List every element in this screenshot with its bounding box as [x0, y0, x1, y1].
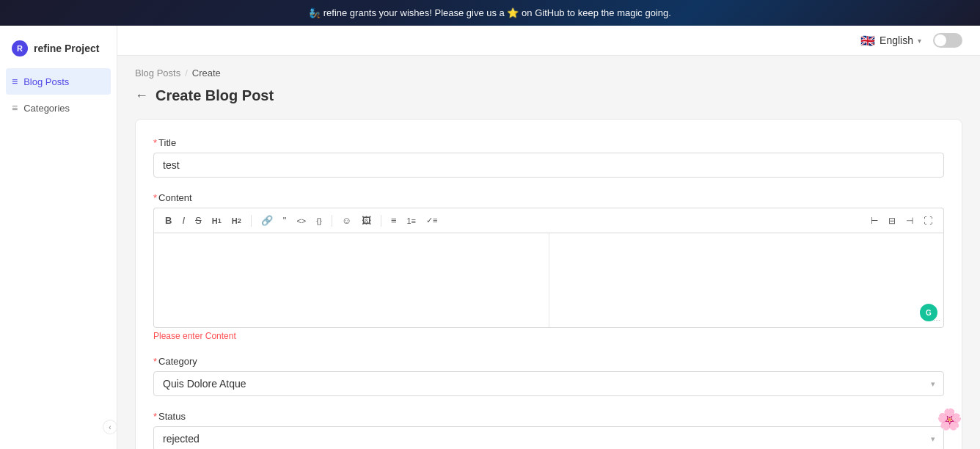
chevron-down-icon: ▾ — [918, 37, 921, 45]
editor-write-pane[interactable] — [154, 233, 549, 327]
category-field: * Category Quis Dolore Atque Technology … — [153, 356, 944, 396]
form-card: * Title * Content B I S H1 — [135, 119, 962, 449]
toolbar-ordered-list[interactable]: 1≡ — [403, 214, 420, 227]
breadcrumb-blog-posts[interactable]: Blog Posts — [135, 67, 180, 79]
category-select-wrapper: Quis Dolore Atque Technology Science Spo… — [153, 371, 944, 396]
top-banner: 🧞 refine grants your wishes! Please give… — [0, 0, 980, 26]
toolbar-code-block[interactable]: {} — [312, 214, 325, 227]
sidebar-item-categories[interactable]: ≡ Categories — [0, 95, 117, 121]
breadcrumb: Blog Posts / Create — [135, 67, 962, 79]
toolbar-sep-3 — [381, 215, 381, 227]
editor-preview-pane — [549, 233, 944, 327]
editor-toolbar: B I S H1 H2 🔗 " <> {} ☺ 🖼 ≡ — [153, 208, 944, 233]
logo-text: refine Project — [34, 43, 99, 54]
toolbar-strikethrough[interactable]: S — [191, 213, 205, 228]
toolbar-sep-2 — [332, 215, 332, 227]
title-required-mark: * — [153, 137, 157, 148]
title-label: * Title — [153, 137, 944, 148]
toolbar-blockquote[interactable]: " — [279, 213, 290, 228]
content-area: 🇬🇧 English ▾ Blog Posts / Create ← Titl — [117, 26, 980, 449]
page-title-text: Create Blog Post — [156, 87, 274, 104]
toolbar-heading1[interactable]: H1 — [208, 214, 225, 227]
page-title-row: ← Title Create Blog Post — [135, 87, 962, 104]
toggle-switch[interactable] — [933, 33, 962, 48]
content-required-mark: * — [153, 192, 157, 203]
status-field: * Status draft published rejected ▾ — [153, 411, 944, 449]
title-field: * Title — [153, 137, 944, 178]
status-required-mark: * — [153, 411, 157, 422]
status-select-wrapper: draft published rejected ▾ — [153, 426, 944, 449]
content-field: * Content B I S H1 H2 🔗 " <> {} — [153, 192, 944, 341]
toolbar-right-controls: ⊢ ⊟ ⊣ ⛶ — [867, 213, 936, 228]
status-select[interactable]: draft published rejected — [153, 426, 944, 449]
sidebar-logo: R refine Project — [0, 32, 117, 68]
banner-text: 🧞 refine grants your wishes! Please give… — [309, 7, 671, 18]
toolbar-unordered-list[interactable]: ≡ — [387, 213, 401, 228]
sidebar-item-label-categories: Categories — [23, 103, 70, 114]
toolbar-checklist[interactable]: ✓≡ — [423, 213, 441, 227]
category-required-mark: * — [153, 356, 157, 367]
sidebar: R refine Project ≡ Blog Posts ≡ Categori… — [0, 26, 117, 449]
title-input[interactable] — [153, 153, 944, 178]
toolbar-emoji[interactable]: ☺ — [338, 213, 355, 228]
toggle-knob — [935, 34, 946, 46]
page-content: Blog Posts / Create ← Title Create Blog … — [117, 56, 980, 449]
toolbar-italic[interactable]: I — [178, 213, 189, 228]
categories-icon: ≡ — [12, 102, 18, 114]
language-selector[interactable]: 🇬🇧 English ▾ — [860, 34, 921, 48]
editor-resize-handle[interactable]: ⋯ — [933, 316, 940, 324]
category-label: * Category — [153, 356, 944, 367]
toolbar-split-left[interactable]: ⊢ — [867, 213, 882, 228]
content-label: * Content — [153, 192, 944, 203]
toolbar-bold[interactable]: B — [161, 213, 175, 228]
back-button[interactable]: ← — [135, 88, 148, 103]
breadcrumb-create: Create — [192, 67, 221, 79]
blog-posts-icon: ≡ — [12, 76, 18, 87]
status-label: * Status — [153, 411, 944, 422]
category-select[interactable]: Quis Dolore Atque Technology Science Spo… — [153, 371, 944, 396]
toolbar-fullscreen[interactable]: ⛶ — [920, 213, 936, 228]
editor-body: G ⋯ — [153, 233, 944, 328]
toolbar-heading2[interactable]: H2 — [228, 214, 245, 227]
language-label: English — [880, 34, 913, 46]
language-flag: 🇬🇧 — [860, 34, 875, 48]
sidebar-collapse-button[interactable]: ‹ — [103, 420, 117, 434]
header-bar: 🇬🇧 English ▾ — [117, 26, 980, 56]
logo-icon: R — [12, 40, 28, 56]
toolbar-sep-1 — [251, 215, 252, 227]
breadcrumb-separator: / — [185, 67, 188, 79]
sidebar-item-blog-posts[interactable]: ≡ Blog Posts — [6, 68, 111, 95]
toolbar-split-right[interactable]: ⊣ — [902, 213, 917, 228]
toolbar-split-equal[interactable]: ⊟ — [885, 213, 899, 228]
sidebar-item-label-blog-posts: Blog Posts — [23, 76, 69, 87]
content-error-message: Please enter Content — [153, 331, 944, 341]
toolbar-link[interactable]: 🔗 — [257, 213, 277, 228]
toolbar-code[interactable]: <> — [293, 214, 310, 227]
emoji-decoration: 🌸 — [937, 407, 962, 431]
toolbar-image[interactable]: 🖼 — [358, 213, 375, 228]
